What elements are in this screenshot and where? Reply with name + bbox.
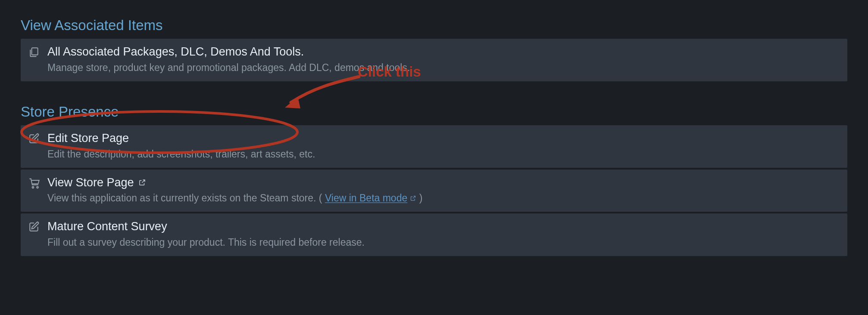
external-link-icon xyxy=(410,195,416,201)
edit-icon xyxy=(28,131,47,144)
panel-subtitle: Fill out a survey describing your produc… xyxy=(47,236,840,249)
view-in-beta-link[interactable]: View in Beta mode xyxy=(325,191,416,205)
panel-subtitle: Edit the description, add screenshots, t… xyxy=(47,148,840,161)
subtitle-suffix: ) xyxy=(419,192,423,204)
panel-title: Mature Content Survey xyxy=(47,219,840,234)
panel-title: View Store Page xyxy=(47,176,840,190)
section-title-associated: View Associated Items xyxy=(21,17,847,34)
svg-point-2 xyxy=(37,186,38,188)
beta-link-text: View in Beta mode xyxy=(325,191,407,205)
panel-associated-packages[interactable]: All Associated Packages, DLC, Demos And … xyxy=(21,39,847,81)
edit-icon xyxy=(28,219,47,232)
subtitle-prefix: View this application as it currently ex… xyxy=(47,192,325,204)
cart-icon xyxy=(28,176,47,189)
panel-mature-content-survey[interactable]: Mature Content Survey Fill out a survey … xyxy=(21,213,847,256)
panel-edit-store-page[interactable]: Edit Store Page Edit the description, ad… xyxy=(21,125,847,168)
panel-view-store-page[interactable]: View Store Page View this application as… xyxy=(21,170,847,212)
external-link-icon xyxy=(138,179,146,186)
section-title-store-presence: Store Presence xyxy=(21,104,847,120)
svg-rect-0 xyxy=(32,48,38,55)
copy-icon xyxy=(28,45,47,58)
panel-title-text: View Store Page xyxy=(47,176,134,190)
panel-subtitle: View this application as it currently ex… xyxy=(47,191,840,205)
panel-title: Edit Store Page xyxy=(47,131,840,146)
panel-title: All Associated Packages, DLC, Demos And … xyxy=(47,45,840,59)
panel-subtitle: Manage store, product key and promotiona… xyxy=(47,61,840,74)
svg-point-1 xyxy=(32,186,34,188)
